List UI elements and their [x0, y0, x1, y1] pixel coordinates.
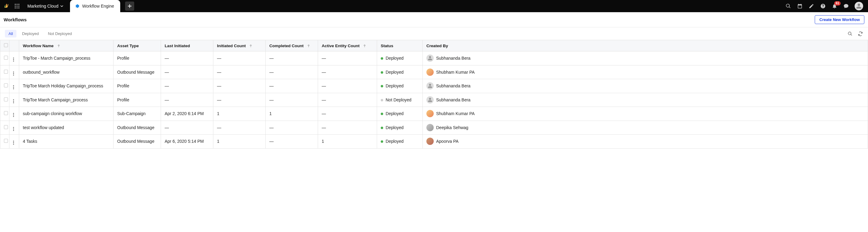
cell-completed-count: 1: [266, 107, 318, 121]
cell-asset-type: Outbound Message: [114, 121, 161, 135]
cell-created-by: Shubham Kumar PA: [423, 65, 868, 79]
table-row[interactable]: 4 TasksOutbound MessageApr 6, 2020 5:14 …: [0, 135, 868, 149]
search-icon[interactable]: [785, 3, 791, 9]
header-asset-type[interactable]: Asset Type: [114, 40, 161, 52]
row-checkbox[interactable]: [0, 121, 9, 135]
notifications-icon[interactable]: 61: [832, 3, 838, 9]
page-title: Workflows: [4, 17, 27, 22]
cell-status: Deployed: [377, 107, 423, 121]
kebab-icon: [13, 140, 14, 145]
status-dot-icon: [381, 140, 383, 143]
cell-active-entity-count: —: [318, 121, 377, 135]
creator-name: Subhananda Bera: [436, 97, 470, 102]
help-icon[interactable]: [820, 3, 826, 9]
cell-last-initiated: —: [161, 79, 213, 93]
refresh-icon[interactable]: [858, 31, 863, 36]
header-workflow-name[interactable]: Workflow Name: [19, 40, 114, 52]
row-actions-menu[interactable]: [9, 65, 19, 79]
row-checkbox[interactable]: [0, 52, 9, 65]
calendar-icon[interactable]: 10: [797, 3, 803, 9]
cell-active-entity-count: —: [318, 65, 377, 79]
table-row[interactable]: TripToe March Campaign_processProfile———…: [0, 93, 868, 107]
topbar: Marketing Cloud Workflow Engine 10 61: [0, 0, 868, 12]
filter-tab-not-deployed[interactable]: Not Deployed: [44, 30, 75, 37]
kebab-icon: [13, 85, 14, 90]
row-actions-menu[interactable]: [9, 121, 19, 135]
creator-avatar: [426, 96, 434, 104]
cell-workflow-name: TripToe - March Campaign_process: [19, 52, 114, 65]
row-actions-menu[interactable]: [9, 93, 19, 107]
table-row[interactable]: sub-campaign cloning workflowSub-Campaig…: [0, 107, 868, 121]
status-dot-icon: [381, 99, 383, 102]
creator-avatar: [426, 55, 434, 62]
cell-status: Deployed: [377, 121, 423, 135]
filter-actions: [847, 31, 863, 36]
chat-icon[interactable]: [843, 3, 849, 9]
row-checkbox[interactable]: [0, 93, 9, 107]
page-header: Workflows Create New Workflow: [0, 12, 868, 27]
creator-name: Deepika Sehwag: [436, 125, 468, 130]
cell-active-entity-count: —: [318, 107, 377, 121]
svg-point-8: [19, 8, 20, 8]
tab-label: Workflow Engine: [82, 4, 114, 8]
table-row[interactable]: TripToe - March Campaign_processProfile—…: [0, 52, 868, 65]
filter-tabs: All Deployed Not Deployed: [5, 30, 75, 37]
cell-initiated-count: —: [213, 65, 266, 79]
edit-icon[interactable]: [808, 3, 814, 9]
header-checkbox[interactable]: [0, 40, 9, 52]
sort-arrow-icon: [249, 45, 252, 48]
brand-logo[interactable]: [2, 2, 10, 10]
create-workflow-button[interactable]: Create New Workflow: [815, 15, 864, 24]
cell-active-entity-count: —: [318, 79, 377, 93]
header-initiated-count[interactable]: Initiated Count: [213, 40, 266, 52]
row-checkbox[interactable]: [0, 65, 9, 79]
creator-avatar: [426, 110, 434, 117]
cell-last-initiated: —: [161, 65, 213, 79]
cell-status: Deployed: [377, 79, 423, 93]
row-checkbox[interactable]: [0, 107, 9, 121]
status-dot-icon: [381, 113, 383, 115]
cell-status: Not Deployed: [377, 93, 423, 107]
cell-initiated-count: —: [213, 79, 266, 93]
status-dot-icon: [381, 85, 383, 87]
workspace-switcher[interactable]: Marketing Cloud: [24, 4, 66, 8]
cell-workflow-name: outbound_workflow: [19, 65, 114, 79]
header-completed-count[interactable]: Completed Count: [266, 40, 318, 52]
apps-grid-icon[interactable]: [14, 3, 20, 9]
filter-tab-deployed[interactable]: Deployed: [18, 30, 42, 37]
svg-point-6: [15, 8, 16, 8]
gear-icon: [74, 3, 80, 9]
header-created-by[interactable]: Created By: [423, 40, 868, 52]
creator-name: Apoorva PA: [436, 139, 459, 144]
row-actions-menu[interactable]: [9, 107, 19, 121]
table-row[interactable]: outbound_workflowOutbound Message————Dep…: [0, 65, 868, 79]
cell-workflow-name: 4 Tasks: [19, 135, 114, 149]
header-status[interactable]: Status: [377, 40, 423, 52]
sort-arrow-icon: [57, 45, 60, 48]
cell-workflow-name: test workflow updated: [19, 121, 114, 135]
creator-avatar: [426, 68, 434, 76]
header-last-initiated[interactable]: Last Initiated: [161, 40, 213, 52]
user-avatar[interactable]: [855, 2, 863, 10]
table-row[interactable]: test workflow updatedOutbound Message———…: [0, 121, 868, 135]
row-checkbox[interactable]: [0, 79, 9, 93]
active-tab[interactable]: Workflow Engine: [70, 0, 120, 12]
topbar-left: Marketing Cloud Workflow Engine: [2, 0, 134, 12]
cell-initiated-count: —: [213, 93, 266, 107]
svg-point-3: [15, 6, 16, 7]
cell-active-entity-count: 1: [318, 135, 377, 149]
table-row[interactable]: TripToe March Holiday Campaign_processPr…: [0, 79, 868, 93]
cell-completed-count: —: [266, 79, 318, 93]
chevron-down-icon: [60, 5, 63, 8]
svg-point-4: [17, 6, 18, 7]
row-actions-menu[interactable]: [9, 52, 19, 65]
cell-status: Deployed: [377, 65, 423, 79]
table-search-icon[interactable]: [847, 31, 853, 36]
cell-workflow-name: sub-campaign cloning workflow: [19, 107, 114, 121]
row-actions-menu[interactable]: [9, 79, 19, 93]
header-active-entity-count[interactable]: Active Entity Count: [318, 40, 377, 52]
filter-tab-all[interactable]: All: [5, 30, 17, 37]
add-tab-button[interactable]: [125, 2, 134, 11]
row-actions-menu[interactable]: [9, 135, 19, 149]
row-checkbox[interactable]: [0, 135, 9, 149]
